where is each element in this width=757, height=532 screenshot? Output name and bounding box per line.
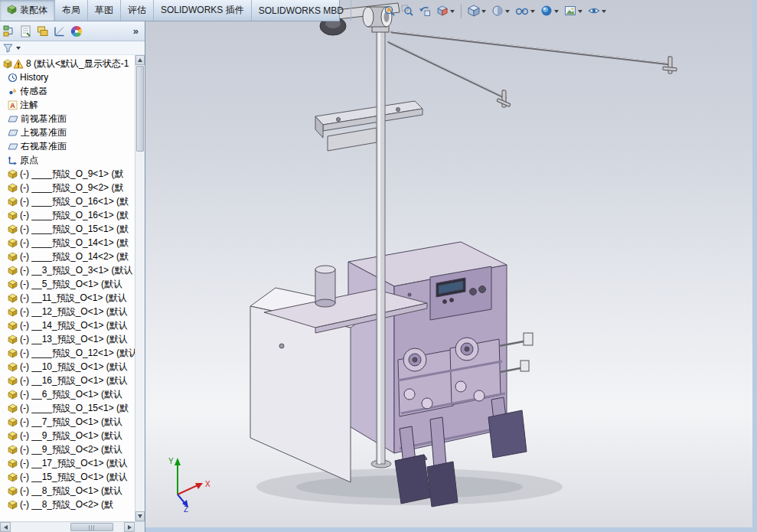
part-icon bbox=[8, 307, 18, 317]
tree-vertical-scrollbar[interactable] bbox=[135, 55, 145, 521]
view-orientation-dropdown-arrow[interactable] bbox=[481, 10, 486, 13]
tree-item[interactable]: (-) __5_預設_O<1> (默认 bbox=[0, 277, 135, 291]
previous-view-icon bbox=[419, 5, 431, 19]
part-icon bbox=[8, 431, 18, 441]
tree-item[interactable]: (-) ____預設_O_12<1> (默认 bbox=[0, 346, 135, 360]
tree-item[interactable]: (-) __7_預設_O<1> (默认 bbox=[0, 415, 135, 429]
triad-z-label: Z bbox=[184, 505, 188, 513]
tree-item[interactable]: (-) __6_預設_O<1> (默认 bbox=[0, 387, 135, 401]
tree-item[interactable]: (-) __11_預設_O<1> (默认 bbox=[0, 291, 135, 305]
tree-item[interactable]: (-) __13_預設_O<1> (默认 bbox=[0, 332, 135, 346]
tab-SOLIDWORKS 插件[interactable]: SOLIDWORKS 插件 bbox=[154, 0, 252, 21]
tree-item[interactable]: History bbox=[0, 70, 135, 84]
tree-item[interactable]: A注解 bbox=[0, 98, 135, 112]
tree-horizontal-scrollbar[interactable] bbox=[0, 521, 145, 532]
property-manager-tab[interactable] bbox=[19, 24, 33, 38]
tab-评估[interactable]: 评估 bbox=[121, 0, 154, 21]
tree-item[interactable]: (-) __3_預設_O_3<1> (默认 bbox=[0, 263, 135, 277]
scroll-down-button[interactable] bbox=[135, 511, 145, 521]
tree-item[interactable]: (-) __10_預設_O<1> (默认 bbox=[0, 360, 135, 374]
tree-item[interactable]: (-) ____預設_O_16<1> (默 bbox=[0, 194, 135, 208]
tree-item-label: (-) ____預設_O_12<1> (默认 bbox=[20, 347, 135, 360]
tree-item[interactable]: (-) __14_預設_O<1> (默认 bbox=[0, 318, 135, 332]
display-style-dropdown-arrow[interactable] bbox=[505, 10, 510, 13]
hide-show-items-dropdown-arrow[interactable] bbox=[530, 10, 535, 13]
panel-overflow-chevron[interactable]: » bbox=[129, 25, 142, 37]
part-icon bbox=[8, 321, 18, 331]
view-settings-button[interactable] bbox=[587, 4, 607, 20]
tree-item[interactable]: (-) ____預設_O_15<1> (默 bbox=[0, 401, 135, 415]
tree-item[interactable]: (-) ____預設_O_14<1> (默 bbox=[0, 236, 135, 250]
part-icon bbox=[8, 376, 18, 386]
tree-item[interactable]: 原点 bbox=[0, 153, 135, 167]
tree-item[interactable]: (-) ____預設_O_9<1> (默 bbox=[0, 167, 135, 181]
zoom-area-button[interactable] bbox=[400, 4, 414, 20]
tree-item[interactable]: (-) ____預設_O_14<2> (默 bbox=[0, 250, 135, 263]
scroll-left-button[interactable] bbox=[0, 522, 11, 532]
tree-item-label: (-) ____預設_O_16<1> (默 bbox=[20, 195, 129, 208]
cad-model-winding-machine[interactable] bbox=[145, 0, 752, 527]
tree-item-label: (-) __8_預設_O<1> (默认 bbox=[20, 485, 122, 498]
tree-item-label: (-) __10_預設_O<1> (默认 bbox=[20, 361, 128, 374]
tree-item[interactable]: 传感器 bbox=[0, 84, 135, 98]
tree-filter-icon[interactable] bbox=[3, 43, 13, 53]
scrollbar-corner bbox=[135, 522, 145, 532]
edit-appearance-dropdown-arrow[interactable] bbox=[554, 10, 559, 13]
tree-item[interactable]: (-) __15_預設_O<1> (默认 bbox=[0, 470, 135, 484]
tree-root-item[interactable]: 8 (默认<默认_显示状态-1 bbox=[0, 57, 135, 70]
part-icon bbox=[8, 417, 18, 427]
scroll-up-button[interactable] bbox=[135, 55, 145, 65]
display-manager-tab[interactable] bbox=[70, 24, 83, 38]
tree-item[interactable]: 上视基准面 bbox=[0, 126, 135, 139]
section-view-icon bbox=[436, 5, 449, 19]
apply-scene-dropdown-arrow[interactable] bbox=[578, 10, 582, 13]
triad-y-label: Y bbox=[168, 457, 174, 465]
tree-item[interactable]: (-) __17_預設_O<1> (默认 bbox=[0, 456, 135, 470]
horizontal-scroll-thumb[interactable] bbox=[70, 523, 113, 531]
tree-item[interactable]: 右视基准面 bbox=[0, 139, 135, 153]
part-icon bbox=[8, 266, 18, 276]
tree-item[interactable]: 前视基准面 bbox=[0, 112, 135, 126]
tree-item[interactable]: (-) ____預設_O_15<1> (默 bbox=[0, 222, 135, 236]
graphics-viewport[interactable]: Y X Z bbox=[145, 0, 752, 527]
tree-item-label: 8 (默认<默认_显示状态-1 bbox=[26, 57, 129, 70]
plane-icon bbox=[8, 114, 18, 124]
tree-filter-dropdown-arrow[interactable] bbox=[16, 47, 21, 50]
edit-appearance-button[interactable] bbox=[540, 4, 560, 20]
tab-装配体[interactable]: 装配体 bbox=[0, 0, 55, 21]
vertical-scroll-thumb[interactable] bbox=[136, 66, 144, 152]
tree-item[interactable]: (-) __8_預設_O<1> (默认 bbox=[0, 484, 135, 498]
part-icon bbox=[8, 252, 18, 262]
tree-item[interactable]: (-) __9_預設_O<2> (默认 bbox=[0, 442, 135, 456]
part-icon bbox=[8, 197, 18, 207]
part-icon bbox=[8, 211, 18, 220]
display-style-button[interactable] bbox=[491, 4, 511, 20]
tree-item[interactable]: (-) ____預設_O_16<1> (默 bbox=[0, 208, 135, 222]
dimxpert-manager-tab[interactable] bbox=[53, 24, 67, 38]
configuration-manager-tab[interactable] bbox=[36, 24, 50, 38]
tree-item[interactable]: (-) __8_預設_O<2> (默 bbox=[0, 498, 135, 511]
history-icon bbox=[8, 73, 18, 83]
scroll-right-button[interactable] bbox=[124, 522, 135, 532]
zoom-fit-button[interactable] bbox=[383, 4, 396, 20]
tree-item[interactable]: (-) __9_預設_O<1> (默认 bbox=[0, 429, 135, 442]
tab-布局[interactable]: 布局 bbox=[55, 0, 88, 21]
tree-item[interactable]: (-) ____預設_O_9<2> (默 bbox=[0, 181, 135, 194]
section-view-dropdown-arrow[interactable] bbox=[450, 10, 455, 13]
view-settings-dropdown-arrow[interactable] bbox=[602, 10, 606, 13]
tree-item-label: (-) __11_預設_O<1> (默认 bbox=[20, 292, 127, 305]
tab-SOLIDWORKS MBD[interactable]: SOLIDWORKS MBD bbox=[252, 0, 351, 21]
apply-scene-icon bbox=[564, 5, 576, 19]
apply-scene-button[interactable] bbox=[563, 4, 583, 20]
feature-manager-tab[interactable] bbox=[2, 24, 16, 38]
view-orientation-button[interactable] bbox=[467, 4, 487, 20]
plane-icon bbox=[8, 142, 18, 152]
display-style-icon bbox=[491, 5, 504, 19]
previous-view-button[interactable] bbox=[418, 4, 432, 20]
tree-item[interactable]: (-) __16_預設_O<1> (默认 bbox=[0, 374, 135, 387]
tree-item[interactable]: (-) __12_預設_O<1> (默认 bbox=[0, 305, 135, 318]
hide-show-items-button[interactable] bbox=[514, 4, 536, 20]
tab-草图[interactable]: 草图 bbox=[88, 0, 121, 21]
section-view-button[interactable] bbox=[436, 4, 455, 20]
triad-x-label: X bbox=[205, 480, 210, 488]
